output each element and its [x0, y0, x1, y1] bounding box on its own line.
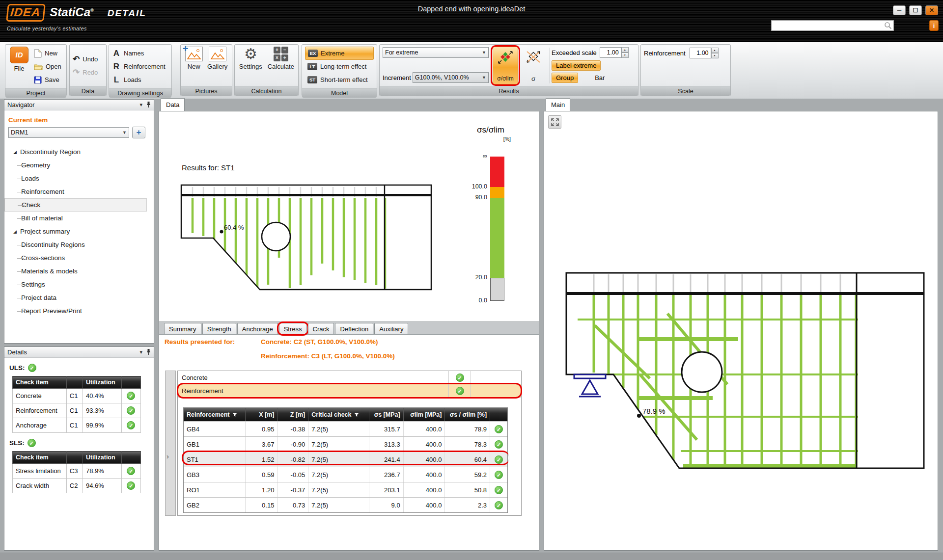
navigator-tree: ◢Discontinuity Region Geometry Loads Rei…: [4, 145, 154, 318]
filter-icon[interactable]: [232, 412, 237, 417]
tab-main[interactable]: Main: [546, 98, 570, 111]
sigma-result-button[interactable]: σ: [522, 47, 545, 84]
maximize-button[interactable]: ☐: [909, 5, 922, 15]
pin-icon[interactable]: [146, 348, 151, 356]
gallery-icon: [209, 47, 226, 61]
reinforcement-scale-stepper[interactable]: 1.00 ▲▼: [690, 48, 719, 58]
tab-data[interactable]: Data: [161, 98, 185, 111]
table-row-st1-selected[interactable]: ST11.52-0.827.2(5)241.4400.060.4: [184, 452, 507, 467]
short-term-effect-toggle[interactable]: STShort-term effect: [305, 73, 374, 86]
tree-item-geometry[interactable]: Geometry: [4, 159, 154, 172]
bar-toggle[interactable]: Bar: [595, 74, 605, 81]
table-row-gb4[interactable]: GB40.95-0.387.2(5)315.7400.078.9: [184, 421, 507, 436]
row-expander-icon[interactable]: ›: [166, 452, 169, 460]
names-toggle[interactable]: ANames: [112, 47, 168, 60]
uls-label: ULS:: [9, 364, 25, 372]
table-row-ro1[interactable]: RO11.20-0.377.2(5)203.1400.050.8: [184, 482, 507, 497]
long-term-effect-toggle[interactable]: LTLong-term effect: [305, 60, 374, 73]
minimize-button[interactable]: ─: [893, 5, 906, 15]
settings-button[interactable]: ⚙ Settings: [238, 47, 264, 84]
info-button[interactable]: i: [929, 20, 939, 31]
scale-tick: 0.0: [455, 297, 487, 304]
collapse-icon[interactable]: ▾: [139, 349, 142, 355]
pass-icon: [456, 373, 464, 382]
search-input[interactable]: [772, 22, 884, 29]
group-toggle[interactable]: Group: [552, 73, 578, 83]
tree-item-settings[interactable]: Settings: [4, 278, 154, 291]
sigma-slim-icon: [497, 50, 514, 65]
filter-icon[interactable]: [354, 412, 359, 417]
extreme-type-dropdown[interactable]: For extreme▼: [383, 47, 489, 58]
collapse-icon[interactable]: ▾: [139, 102, 142, 108]
table-row-gb3[interactable]: GB30.59-0.057.2(5)236.7400.059.2: [184, 467, 507, 482]
tree-item-cross-sections[interactable]: Cross-sections: [4, 251, 154, 265]
expanded-icon[interactable]: ◢: [13, 150, 20, 155]
tree-item-discontinuity-region[interactable]: ◢Discontinuity Region: [4, 145, 154, 159]
tree-item-report-preview-print[interactable]: Report Preview/Print: [4, 304, 154, 318]
tree-item-project-summary[interactable]: ◢Project summary: [4, 225, 154, 238]
exceeded-scale-stepper[interactable]: 1.00 ▲▼: [600, 47, 629, 58]
calculate-button[interactable]: +− ×÷ Calculate: [267, 47, 295, 84]
search-box[interactable]: [771, 20, 894, 31]
sigma-slim-result-button[interactable]: σ/σlim: [493, 47, 518, 84]
reinforcement-toggle[interactable]: RReinforcement: [112, 60, 168, 73]
save-project-button[interactable]: Save: [34, 73, 61, 86]
column-header-reinforcement[interactable]: Reinforcement: [184, 408, 246, 421]
spin-up-icon[interactable]: ▲: [711, 48, 719, 53]
undo-button[interactable]: ↶Undo: [73, 53, 103, 66]
material-row-reinforcement[interactable]: Reinforcement: [178, 384, 521, 398]
tab-anchorage[interactable]: Anchorage: [237, 323, 278, 334]
tab-summary[interactable]: Summary: [164, 323, 201, 334]
ribbon-group-drawing-settings: ANames RReinforcement LLoads Drawing set…: [109, 44, 172, 96]
new-document-icon: [34, 49, 42, 58]
column-header-slim[interactable]: σlim [MPa]: [404, 408, 445, 421]
material-row-concrete[interactable]: Concrete: [178, 371, 521, 384]
spin-up-icon[interactable]: ▲: [621, 47, 629, 53]
names-icon: A: [112, 49, 121, 58]
tree-item-check[interactable]: Check: [4, 198, 147, 212]
open-folder-icon: [34, 63, 43, 70]
tree-item-discontinuity-regions[interactable]: Discontinuity Regions: [4, 238, 154, 251]
new-project-button[interactable]: New: [34, 47, 61, 60]
tree-item-materials-models[interactable]: Materials & models: [4, 265, 154, 278]
tab-stress[interactable]: Stress: [279, 323, 307, 334]
open-project-button[interactable]: Open: [34, 60, 61, 73]
spin-down-icon[interactable]: ▼: [621, 53, 629, 58]
new-picture-button[interactable]: + New: [184, 47, 204, 84]
expanded-icon[interactable]: ◢: [13, 229, 20, 234]
add-item-button[interactable]: +: [132, 127, 145, 138]
tab-deflection[interactable]: Deflection: [335, 323, 373, 334]
loads-toggle[interactable]: LLoads: [112, 73, 168, 86]
column-header-critical-check[interactable]: Critical check: [308, 408, 369, 421]
ribbon-group-calculation: ⚙ Settings +− ×÷ Calculate Calculation: [234, 44, 299, 96]
ribbon-group-scale: Reinforcement 1.00 ▲▼ Scale: [640, 44, 731, 96]
pass-icon: [495, 455, 503, 464]
tree-item-bill-of-material[interactable]: Bill of material: [4, 212, 154, 225]
column-header-x[interactable]: X [m]: [246, 408, 278, 421]
file-button[interactable]: ID File: [8, 47, 30, 86]
group-label-calculation: Calculation: [235, 86, 298, 96]
column-header-z[interactable]: Z [m]: [277, 408, 308, 421]
current-item-label: Current item: [8, 116, 154, 124]
increment-dropdown[interactable]: G100.0%, V100.0%▼: [413, 72, 489, 83]
zoom-extents-button[interactable]: [548, 115, 561, 129]
tree-item-loads[interactable]: Loads: [4, 172, 154, 185]
column-header-ratio[interactable]: σs / σlim [%]: [445, 408, 490, 421]
table-row-gb1[interactable]: GB13.67-0.907.2(5)313.3400.078.3: [184, 436, 507, 452]
tab-strength[interactable]: Strength: [202, 323, 236, 334]
tab-crack[interactable]: Crack: [308, 323, 334, 334]
label-extreme-toggle[interactable]: Label extreme: [552, 60, 601, 71]
extreme-toggle[interactable]: EXExtreme: [305, 47, 374, 60]
extreme-marker-label: 60.4 %: [224, 224, 244, 231]
tree-item-project-data[interactable]: Project data: [4, 291, 154, 304]
tree-item-reinforcement[interactable]: Reinforcement: [4, 185, 154, 198]
redo-button[interactable]: ↷Redo: [73, 66, 103, 79]
spin-down-icon[interactable]: ▼: [711, 53, 719, 58]
column-header-ss[interactable]: σs [MPa]: [369, 408, 404, 421]
tab-auxiliary[interactable]: Auxiliary: [374, 323, 408, 334]
current-item-dropdown[interactable]: DRM1▼: [8, 127, 129, 138]
close-button[interactable]: ✕: [925, 5, 938, 15]
pin-icon[interactable]: [146, 101, 151, 109]
gallery-button[interactable]: Gallery: [206, 47, 229, 84]
table-row-gb2[interactable]: GB20.150.737.2(5)9.0400.02.3: [184, 497, 507, 512]
